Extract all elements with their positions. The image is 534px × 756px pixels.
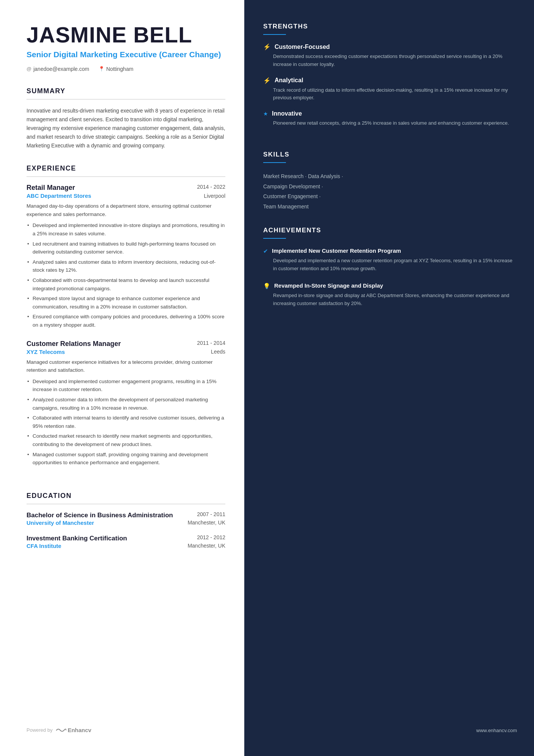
- strength2-icon: ⚡: [263, 77, 271, 84]
- job1-header-row: Retail Manager 2014 - 2022: [27, 184, 225, 192]
- summary-text: Innovative and results-driven marketing …: [27, 106, 225, 150]
- strength2-desc: Track record of utilizing data to inform…: [263, 86, 517, 102]
- right-footer: www.enhancv.com: [263, 728, 517, 733]
- edu1-header-row: Bachelor of Science in Business Administ…: [27, 511, 225, 520]
- job-entry-1: Retail Manager 2014 - 2022 ABC Departmen…: [27, 184, 225, 329]
- education-title: EDUCATION: [27, 492, 225, 500]
- bullet-item: Collaborated with cross-departmental tea…: [27, 276, 225, 293]
- footer-bar: Powered by Enhancv: [27, 715, 225, 733]
- job1-desc: Managed day-to-day operations of a depar…: [27, 202, 225, 218]
- achievement2-desc: Revamped in-store signage and display at…: [263, 292, 517, 308]
- location-text: Nottingham: [106, 66, 134, 72]
- achievement1-title: Implemented New Customer Retention Progr…: [272, 247, 401, 255]
- skills-line3: Customer Engagement ·: [263, 193, 321, 199]
- job2-title: Customer Relations Manager: [27, 340, 121, 348]
- bullet-item: Developed and implemented innovative in-…: [27, 221, 225, 238]
- job1-company-row: ABC Department Stores Liverpool: [27, 193, 225, 199]
- email-contact: @ janedoe@example.com: [27, 66, 89, 72]
- strength2-header: ⚡ Analytical: [263, 77, 517, 84]
- right-column: STRENGTHS ⚡ Customer-Focused Demonstrate…: [244, 0, 534, 756]
- skills-line4: Team Management: [263, 203, 309, 210]
- achievement2-header: 💡 Revamped In-Store Signage and Display: [263, 282, 517, 290]
- achievement2-icon: 💡: [263, 283, 270, 290]
- skills-line2: Campaign Development ·: [263, 183, 323, 189]
- location-icon: 📍: [98, 66, 105, 72]
- edu2-school-row: CFA Institute Manchester, UK: [27, 543, 225, 549]
- achievement1-icon: ✔: [263, 248, 268, 255]
- edu1-dates: 2007 - 2011: [197, 511, 225, 517]
- edu1-location: Manchester, UK: [187, 520, 225, 526]
- strength-item-2: ⚡ Analytical Track record of utilizing d…: [263, 77, 517, 102]
- job2-desc: Managed customer experience initiatives …: [27, 358, 225, 374]
- bullet-item: Analyzed customer data to inform the dev…: [27, 396, 225, 412]
- strength1-desc: Demonstrated success exceeding customer …: [263, 53, 517, 69]
- achievements-section: ACHIEVEMENTS ✔ Implemented New Customer …: [263, 227, 517, 316]
- skills-line1: Market Research · Data Analysis ·: [263, 173, 343, 179]
- left-column: JASMINE BELL Senior Digital Marketing Ex…: [0, 0, 244, 756]
- achievements-title: ACHIEVEMENTS: [263, 227, 517, 234]
- edu2-header-row: Investment Banking Certification 2012 - …: [27, 534, 225, 543]
- edu1-degree: Bachelor of Science in Business Administ…: [27, 511, 197, 520]
- skills-text: Market Research · Data Analysis · Campai…: [263, 171, 517, 211]
- candidate-title: Senior Digital Marketing Executive (Care…: [27, 50, 225, 59]
- email-icon: @: [27, 66, 31, 72]
- edu2-school: CFA Institute: [27, 543, 61, 549]
- job1-company: ABC Department Stores: [27, 193, 91, 199]
- job2-company-row: XYZ Telecoms Leeds: [27, 349, 225, 355]
- edu1-school: University of Manchester: [27, 520, 94, 526]
- edu1-school-row: University of Manchester Manchester, UK: [27, 520, 225, 526]
- strength1-name: Customer-Focused: [275, 44, 330, 50]
- experience-title: EXPERIENCE: [27, 164, 225, 172]
- job1-bullets: Developed and implemented innovative in-…: [27, 221, 225, 329]
- bullet-item: Collaborated with internal teams to iden…: [27, 414, 225, 430]
- achievement2-title: Revamped In-Store Signage and Display: [274, 282, 383, 290]
- brand-name: Enhancv: [68, 727, 92, 733]
- education-divider: [27, 504, 225, 504]
- bullet-item: Developed and implemented customer engag…: [27, 377, 225, 394]
- job1-title: Retail Manager: [27, 184, 75, 192]
- website-text: www.enhancv.com: [476, 728, 517, 733]
- job2-location: Leeds: [211, 349, 225, 355]
- job2-company: XYZ Telecoms: [27, 349, 65, 355]
- strengths-divider: [263, 34, 286, 35]
- job-entry-2: Customer Relations Manager 2011 - 2014 X…: [27, 340, 225, 467]
- bullet-item: Led recruitment and training initiatives…: [27, 240, 225, 256]
- experience-section: EXPERIENCE Retail Manager 2014 - 2022 AB…: [27, 164, 225, 477]
- skills-divider: [263, 162, 286, 163]
- strength3-icon: ★: [263, 111, 268, 117]
- edu2-degree: Investment Banking Certification: [27, 534, 197, 543]
- strengths-section: STRENGTHS ⚡ Customer-Focused Demonstrate…: [263, 23, 517, 136]
- enhancv-logo-icon: [56, 727, 66, 733]
- strengths-title: STRENGTHS: [263, 23, 517, 30]
- bullet-item: Analyzed sales and customer data to info…: [27, 258, 225, 274]
- achievement1-header: ✔ Implemented New Customer Retention Pro…: [263, 247, 517, 255]
- job1-dates: 2014 - 2022: [197, 184, 225, 190]
- summary-divider: [27, 99, 225, 100]
- experience-divider: [27, 176, 225, 177]
- skills-title: SKILLS: [263, 151, 517, 158]
- strength1-icon: ⚡: [263, 43, 271, 50]
- bullet-item: Conducted market research to identify ne…: [27, 432, 225, 448]
- summary-section: SUMMARY Innovative and results-driven ma…: [27, 87, 225, 150]
- skills-section: SKILLS Market Research · Data Analysis ·…: [263, 151, 517, 211]
- edu-entry-2: Investment Banking Certification 2012 - …: [27, 534, 225, 549]
- edu2-location: Manchester, UK: [187, 543, 225, 549]
- strength2-name: Analytical: [275, 77, 303, 84]
- achievements-divider: [263, 238, 286, 239]
- summary-title: SUMMARY: [27, 87, 225, 95]
- strength-item-1: ⚡ Customer-Focused Demonstrated success …: [263, 43, 517, 69]
- achievement-item-2: 💡 Revamped In-Store Signage and Display …: [263, 282, 517, 308]
- achievement-item-1: ✔ Implemented New Customer Retention Pro…: [263, 247, 517, 273]
- strength3-header: ★ Innovative: [263, 110, 517, 117]
- edu2-dates: 2012 - 2012: [197, 534, 225, 540]
- job2-dates: 2011 - 2014: [197, 340, 225, 346]
- bullet-item: Revamped store layout and signage to enh…: [27, 294, 225, 311]
- strength-item-3: ★ Innovative Pioneered new retail concep…: [263, 110, 517, 127]
- edu-entry-1: Bachelor of Science in Business Administ…: [27, 511, 225, 526]
- strength3-name: Innovative: [272, 110, 302, 117]
- resume-container: JASMINE BELL Senior Digital Marketing Ex…: [0, 0, 534, 756]
- strength1-header: ⚡ Customer-Focused: [263, 43, 517, 50]
- footer-logo: Enhancv: [56, 727, 92, 733]
- achievement1-desc: Developed and implemented a new customer…: [263, 257, 517, 273]
- location-contact: 📍 Nottingham: [98, 66, 134, 72]
